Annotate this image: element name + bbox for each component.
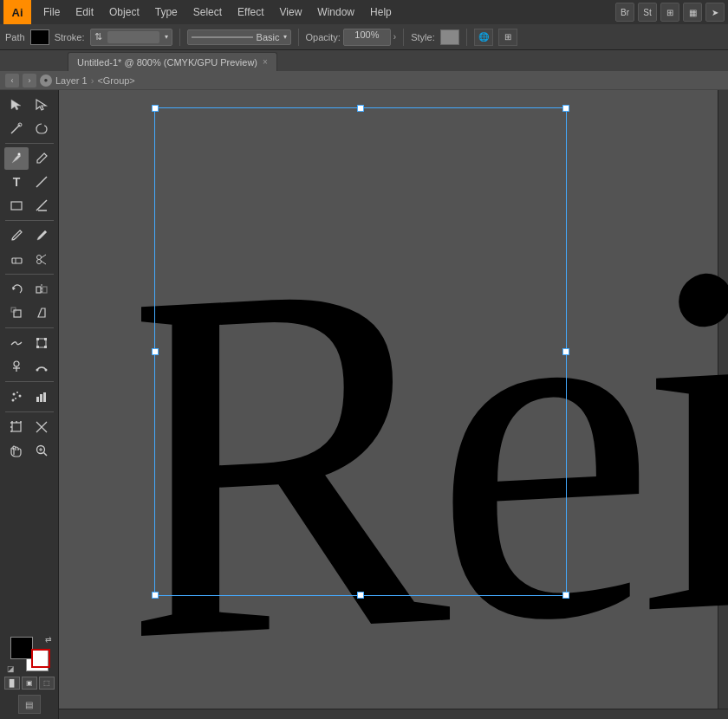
stroke-weight-dropdown[interactable]: ⇅ ▾ [90, 29, 172, 46]
warp-tools-row [4, 332, 54, 354]
opacity-chevron[interactable]: › [393, 32, 396, 42]
scissors-tool[interactable] [29, 248, 54, 270]
stock-icon[interactable]: St [638, 3, 657, 22]
handle-middle-right[interactable] [562, 348, 569, 355]
svg-rect-22 [36, 346, 39, 348]
canvas-text: Rei [141, 99, 728, 719]
workspace-icon[interactable]: ⊞ [660, 3, 679, 22]
bridge-icon[interactable]: Br [615, 3, 634, 22]
svg-rect-7 [12, 258, 22, 263]
svg-line-45 [44, 453, 48, 457]
tab-close[interactable]: × [263, 57, 268, 67]
svg-point-29 [13, 393, 16, 396]
reflect-tool[interactable] [29, 278, 54, 301]
shape-tools-row [4, 194, 54, 217]
slice-tool[interactable] [29, 416, 54, 438]
shear-tool[interactable] [29, 301, 54, 324]
menu-select[interactable]: Select [186, 4, 229, 20]
canvas-area[interactable]: Rei [59, 90, 728, 719]
color-swatches: ⇄ ◪ [10, 637, 49, 671]
menu-help[interactable]: Help [363, 4, 399, 20]
svg-line-12 [41, 261, 46, 264]
handle-middle-left[interactable] [152, 348, 159, 355]
menu-edit[interactable]: Edit [68, 4, 101, 20]
separator-1 [179, 29, 180, 46]
arrange-icon[interactable]: ▦ [683, 3, 702, 22]
svg-point-32 [15, 398, 16, 399]
rectangle-tool[interactable] [4, 194, 29, 217]
select-tool[interactable] [4, 94, 29, 116]
shaper-tool[interactable] [29, 194, 54, 217]
free-transform-tool[interactable] [29, 332, 54, 354]
handle-bottom-left[interactable] [152, 592, 159, 599]
handle-top-left[interactable] [152, 105, 159, 112]
zoom-tool[interactable] [29, 439, 54, 462]
blob-brush-tool[interactable] [29, 224, 54, 247]
artboard-tool[interactable] [4, 416, 29, 438]
rotate-tool[interactable] [4, 278, 29, 301]
direct-select-tool[interactable] [29, 94, 54, 116]
menu-window[interactable]: Window [310, 4, 361, 20]
horizontal-scrollbar[interactable] [59, 709, 728, 719]
fill-swatch[interactable] [30, 29, 49, 45]
lasso-tools-row [4, 117, 54, 139]
svg-point-30 [16, 392, 18, 393]
share-icon[interactable]: ➤ [705, 3, 725, 22]
globe-icon[interactable]: 🌐 [474, 29, 493, 46]
svg-point-27 [36, 369, 39, 372]
layer-icon: ● [40, 74, 52, 87]
scale-tool[interactable] [4, 301, 29, 324]
stroke-dropdown-arrow: ▾ [165, 33, 168, 41]
reshape-tool[interactable] [29, 355, 54, 378]
type-tool[interactable]: T [4, 171, 29, 193]
menu-effect[interactable]: Effect [231, 4, 270, 20]
svg-rect-4 [11, 202, 22, 210]
svg-line-11 [41, 255, 46, 258]
handle-top-right[interactable] [562, 105, 569, 112]
foreground-color-swatch[interactable] [10, 637, 33, 659]
toolbar: T [0, 90, 59, 719]
menu-view[interactable]: View [273, 4, 309, 20]
menu-type[interactable]: Type [148, 4, 185, 20]
magic-wand-tool[interactable] [4, 117, 29, 139]
menu-file[interactable]: File [36, 4, 67, 20]
eraser-tool[interactable] [4, 248, 29, 270]
color-mode-btn[interactable]: █ [4, 677, 20, 690]
breadcrumb-back[interactable]: ‹ [5, 74, 19, 87]
warp-tool[interactable] [4, 332, 29, 354]
handle-bottom-center[interactable] [357, 592, 364, 599]
breadcrumb-forward[interactable]: › [23, 74, 36, 87]
none-mode-btn[interactable]: ⬚ [39, 677, 55, 690]
breadcrumb-group[interactable]: <Group> [97, 75, 134, 86]
puppet-warp-tool[interactable] [4, 355, 29, 378]
default-colors-icon[interactable]: ◪ [7, 664, 15, 673]
pen-tool[interactable] [4, 147, 29, 170]
symbol-sprayer-tool[interactable] [4, 385, 29, 408]
handle-bottom-right[interactable] [562, 592, 569, 599]
stroke-style-dropdown[interactable]: Basic ▾ [187, 29, 291, 45]
separator-tools-1 [5, 143, 54, 144]
paintbrush-tool[interactable] [4, 224, 29, 247]
document-tab[interactable]: Untitled-1* @ 800% (CMYK/GPU Preview) × [68, 52, 277, 71]
artboard-tools-row [4, 416, 54, 438]
swap-colors-icon[interactable]: ⇄ [45, 635, 52, 644]
menu-object[interactable]: Object [102, 4, 146, 20]
line-tool[interactable] [29, 171, 54, 193]
vertical-scrollbar[interactable] [718, 90, 728, 709]
pencil-tool[interactable] [29, 147, 54, 170]
separator-tools-5 [5, 381, 54, 382]
column-graph-tool[interactable] [29, 385, 54, 408]
breadcrumb-layer[interactable]: Layer 1 [55, 75, 88, 86]
gradient-mode-btn[interactable]: ▣ [22, 677, 37, 690]
stroke-style-label: Basic [257, 32, 280, 42]
pen-tools-row [4, 147, 54, 170]
layers-panel-toggle[interactable]: ▤ [18, 695, 41, 714]
eraser-tools-row [4, 248, 54, 270]
hand-tool[interactable] [4, 439, 29, 462]
style-swatch[interactable] [440, 29, 459, 45]
opacity-input[interactable]: 100% [343, 29, 391, 46]
grid-icon[interactable]: ⊞ [498, 29, 517, 46]
handle-top-center[interactable] [357, 105, 364, 112]
lasso-tool[interactable] [29, 117, 54, 139]
svg-text:Rei: Rei [141, 155, 728, 714]
